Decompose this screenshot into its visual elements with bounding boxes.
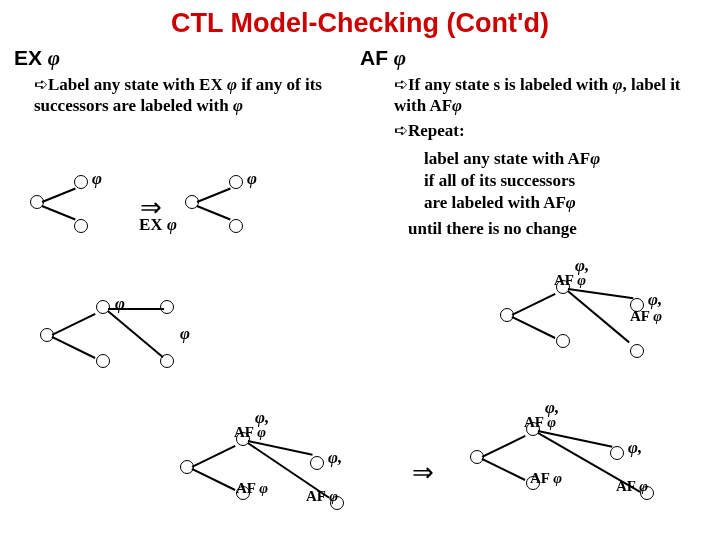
graph-edge [482, 435, 526, 457]
line-a-text: label any state with AF [424, 149, 590, 168]
graph-edge [568, 290, 630, 343]
phi-symbol: φ [257, 424, 266, 440]
phi-comma-label: φ, [648, 290, 662, 310]
af-phi-label: AF φ [236, 480, 268, 497]
af-graph-1: φ φ [40, 300, 240, 390]
ex-prefix: EX [139, 215, 167, 234]
graph-edge [512, 293, 556, 315]
phi-symbol: φ [639, 478, 648, 494]
af-phi-label: AF φ [524, 414, 556, 431]
af-phi-label: AF φ [530, 470, 562, 487]
af-phi-label: AF φ [616, 478, 648, 495]
phi-symbol: φ [227, 75, 237, 94]
af-phi-label: AF φ [234, 424, 266, 441]
graph-edge [192, 468, 236, 490]
graph-edge [192, 445, 236, 467]
af-repeat-line-b2: are labeled with AFφ [424, 192, 576, 213]
af-repeat-line-a: label any state with AFφ [424, 148, 600, 169]
phi-symbol: φ [612, 75, 622, 94]
af-prefix: AF [524, 414, 547, 430]
af-prefix: AF [236, 480, 259, 496]
af-repeat-line-b1: if all of its successors [424, 170, 575, 191]
graph-edge [108, 310, 164, 357]
graph-node [630, 344, 644, 358]
graph-node [610, 446, 624, 460]
graph-edge [52, 313, 96, 335]
phi-symbol: φ [48, 46, 60, 70]
transform-arrow: ⇒ [412, 460, 434, 486]
slide-title: CTL Model-Checking (Cont'd) [0, 0, 720, 39]
af-graph-2: φ, AF φ φ, AF φ [500, 268, 720, 388]
phi-comma-label: φ, [628, 438, 642, 458]
af-graph-4: φ, AF φ φ, AF φ AF φ [470, 400, 720, 530]
phi-symbol: φ [394, 46, 406, 70]
af-prefix: AF [554, 272, 577, 288]
graph-edge [42, 188, 76, 203]
af-heading: AF φ [360, 46, 406, 71]
af-rule1-pre: If any state s is labeled with [408, 75, 612, 94]
phi-symbol: φ [653, 308, 662, 324]
graph-node [74, 219, 88, 233]
graph-node [96, 354, 110, 368]
graph-edge [52, 336, 96, 358]
af-phi-label: AF φ [306, 488, 338, 505]
af-phi-label: AF φ [630, 308, 662, 325]
af-repeat: ➪Repeat: [394, 120, 465, 141]
phi-symbol: φ [233, 96, 243, 115]
phi-label: φ [92, 169, 102, 189]
graph-node [229, 219, 243, 233]
phi-label: φ [180, 324, 190, 344]
af-phi-label: AF φ [554, 272, 586, 289]
af-prefix: AF [530, 470, 553, 486]
af-until: until there is no change [408, 218, 577, 239]
bullet-icon: ➪ [394, 121, 408, 140]
phi-symbol: φ [452, 96, 462, 115]
bullet-icon: ➪ [34, 75, 48, 94]
graph-edge [512, 316, 556, 338]
line-b2-text: are labeled with AF [424, 193, 566, 212]
ex-rule: ➪Label any state with EX φ if any of its… [34, 74, 344, 117]
phi-symbol: φ [167, 215, 177, 234]
phi-symbol: φ [553, 470, 562, 486]
phi-label: φ [247, 169, 257, 189]
phi-symbol: φ [329, 488, 338, 504]
ex-heading: EX φ [14, 46, 60, 71]
graph-node [74, 175, 88, 189]
graph-node [310, 456, 324, 470]
ex-graph-after: φ EX φ [185, 175, 325, 275]
graph-edge [197, 188, 231, 203]
af-prefix: AF [306, 488, 329, 504]
graph-node [229, 175, 243, 189]
ex-phi-label: EX φ [139, 215, 177, 235]
af-graph-3: φ, AF φ φ, AF φ AF φ [180, 420, 400, 530]
phi-symbol: φ [590, 149, 600, 168]
af-prefix: AF [360, 46, 394, 69]
ex-rule-pre: Label any state with EX [48, 75, 227, 94]
af-prefix: AF [234, 424, 257, 440]
graph-edge [42, 205, 76, 220]
phi-symbol: φ [259, 480, 268, 496]
bullet-icon: ➪ [394, 75, 408, 94]
graph-node [160, 300, 174, 314]
phi-symbol: φ [566, 193, 576, 212]
phi-symbol: φ [577, 272, 586, 288]
repeat-text: Repeat: [408, 121, 465, 140]
af-rule1: ➪If any state s is labeled with φ, label… [394, 74, 704, 117]
graph-edge [197, 205, 231, 220]
af-prefix: AF [616, 478, 639, 494]
ex-graph-before: φ [30, 175, 140, 255]
graph-edge [482, 458, 526, 480]
phi-symbol: φ [547, 414, 556, 430]
ex-prefix: EX [14, 46, 48, 69]
phi-comma-label: φ, [328, 448, 342, 468]
phi-label: φ [115, 294, 125, 314]
graph-node [556, 334, 570, 348]
af-prefix: AF [630, 308, 653, 324]
